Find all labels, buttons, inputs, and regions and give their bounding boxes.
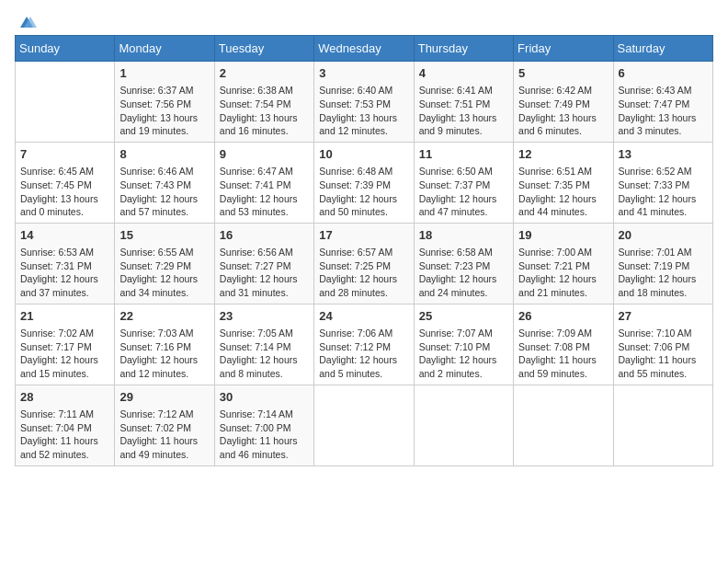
day-info: Sunrise: 7:06 AMSunset: 7:12 PMDaylight:… <box>319 327 408 381</box>
day-number: 7 <box>20 146 109 163</box>
calendar-cell: 4Sunrise: 6:41 AMSunset: 7:51 PMDaylight… <box>414 62 513 143</box>
calendar-table: SundayMondayTuesdayWednesdayThursdayFrid… <box>15 35 713 466</box>
day-info: Sunrise: 6:43 AMSunset: 7:47 PMDaylight:… <box>619 84 708 138</box>
calendar-cell <box>613 385 712 465</box>
day-number: 19 <box>518 227 608 244</box>
calendar-cell: 8Sunrise: 6:46 AMSunset: 7:43 PMDaylight… <box>115 142 214 223</box>
day-info: Sunrise: 6:38 AMSunset: 7:54 PMDaylight:… <box>220 84 309 138</box>
calendar-cell <box>414 385 513 465</box>
calendar-cell: 2Sunrise: 6:38 AMSunset: 7:54 PMDaylight… <box>214 62 313 143</box>
calendar-header-sunday: Sunday <box>16 36 115 62</box>
day-info: Sunrise: 7:07 AMSunset: 7:10 PMDaylight:… <box>419 327 508 381</box>
calendar-cell: 5Sunrise: 6:42 AMSunset: 7:49 PMDaylight… <box>514 62 613 143</box>
day-info: Sunrise: 7:02 AMSunset: 7:17 PMDaylight:… <box>20 327 109 381</box>
calendar-cell: 14Sunrise: 6:53 AMSunset: 7:31 PMDayligh… <box>16 223 115 304</box>
day-info: Sunrise: 7:00 AMSunset: 7:21 PMDaylight:… <box>518 246 608 300</box>
calendar-cell: 15Sunrise: 6:55 AMSunset: 7:29 PMDayligh… <box>115 223 214 304</box>
calendar-cell: 30Sunrise: 7:14 AMSunset: 7:00 PMDayligh… <box>214 385 313 465</box>
day-number: 30 <box>220 389 309 406</box>
calendar-cell: 24Sunrise: 7:06 AMSunset: 7:12 PMDayligh… <box>314 304 414 385</box>
day-info: Sunrise: 7:14 AMSunset: 7:00 PMDaylight:… <box>220 408 309 462</box>
day-info: Sunrise: 7:09 AMSunset: 7:08 PMDaylight:… <box>518 327 608 381</box>
calendar-cell: 20Sunrise: 7:01 AMSunset: 7:19 PMDayligh… <box>613 223 712 304</box>
day-number: 11 <box>419 146 508 163</box>
day-number: 2 <box>220 65 309 82</box>
calendar-cell: 18Sunrise: 6:58 AMSunset: 7:23 PMDayligh… <box>414 223 513 304</box>
day-number: 13 <box>619 146 708 163</box>
calendar-cell: 16Sunrise: 6:56 AMSunset: 7:27 PMDayligh… <box>214 223 313 304</box>
calendar-header-thursday: Thursday <box>414 36 513 62</box>
calendar-cell: 26Sunrise: 7:09 AMSunset: 7:08 PMDayligh… <box>514 304 613 385</box>
day-number: 23 <box>220 308 309 325</box>
calendar-cell: 29Sunrise: 7:12 AMSunset: 7:02 PMDayligh… <box>115 385 214 465</box>
day-info: Sunrise: 6:41 AMSunset: 7:51 PMDaylight:… <box>419 84 508 138</box>
calendar-cell: 23Sunrise: 7:05 AMSunset: 7:14 PMDayligh… <box>214 304 313 385</box>
day-info: Sunrise: 6:45 AMSunset: 7:45 PMDaylight:… <box>20 165 109 219</box>
day-info: Sunrise: 7:03 AMSunset: 7:16 PMDaylight:… <box>119 327 209 381</box>
day-info: Sunrise: 7:01 AMSunset: 7:19 PMDaylight:… <box>619 246 708 300</box>
day-info: Sunrise: 6:42 AMSunset: 7:49 PMDaylight:… <box>518 84 608 138</box>
calendar-cell: 28Sunrise: 7:11 AMSunset: 7:04 PMDayligh… <box>16 385 115 465</box>
day-info: Sunrise: 6:58 AMSunset: 7:23 PMDaylight:… <box>419 246 508 300</box>
calendar-week-row: 7Sunrise: 6:45 AMSunset: 7:45 PMDaylight… <box>16 142 713 223</box>
day-info: Sunrise: 6:47 AMSunset: 7:41 PMDaylight:… <box>220 165 309 219</box>
calendar-week-row: 14Sunrise: 6:53 AMSunset: 7:31 PMDayligh… <box>16 223 713 304</box>
calendar-cell: 27Sunrise: 7:10 AMSunset: 7:06 PMDayligh… <box>613 304 712 385</box>
day-info: Sunrise: 6:46 AMSunset: 7:43 PMDaylight:… <box>119 165 209 219</box>
day-info: Sunrise: 7:11 AMSunset: 7:04 PMDaylight:… <box>20 408 109 462</box>
calendar-header-monday: Monday <box>115 36 214 62</box>
calendar-cell: 3Sunrise: 6:40 AMSunset: 7:53 PMDaylight… <box>314 62 414 143</box>
logo-icon <box>17 15 37 31</box>
day-number: 17 <box>319 227 408 244</box>
calendar-week-row: 1Sunrise: 6:37 AMSunset: 7:56 PMDaylight… <box>16 62 713 143</box>
header <box>15 15 713 28</box>
day-number: 26 <box>518 308 608 325</box>
calendar-cell <box>514 385 613 465</box>
day-number: 24 <box>319 308 408 325</box>
day-info: Sunrise: 6:57 AMSunset: 7:25 PMDaylight:… <box>319 246 408 300</box>
calendar-week-row: 28Sunrise: 7:11 AMSunset: 7:04 PMDayligh… <box>16 385 713 465</box>
calendar-cell: 9Sunrise: 6:47 AMSunset: 7:41 PMDaylight… <box>214 142 313 223</box>
calendar-cell: 19Sunrise: 7:00 AMSunset: 7:21 PMDayligh… <box>514 223 613 304</box>
day-number: 27 <box>619 308 708 325</box>
calendar-cell: 10Sunrise: 6:48 AMSunset: 7:39 PMDayligh… <box>314 142 414 223</box>
day-info: Sunrise: 7:10 AMSunset: 7:06 PMDaylight:… <box>619 327 708 381</box>
day-info: Sunrise: 6:40 AMSunset: 7:53 PMDaylight:… <box>319 84 408 138</box>
day-number: 29 <box>119 389 209 406</box>
day-info: Sunrise: 7:05 AMSunset: 7:14 PMDaylight:… <box>220 327 309 381</box>
calendar-header-friday: Friday <box>514 36 613 62</box>
calendar-cell: 21Sunrise: 7:02 AMSunset: 7:17 PMDayligh… <box>16 304 115 385</box>
day-info: Sunrise: 6:48 AMSunset: 7:39 PMDaylight:… <box>319 165 408 219</box>
day-number: 6 <box>619 65 708 82</box>
day-number: 22 <box>119 308 209 325</box>
calendar-cell <box>314 385 414 465</box>
calendar-cell: 11Sunrise: 6:50 AMSunset: 7:37 PMDayligh… <box>414 142 513 223</box>
day-info: Sunrise: 6:51 AMSunset: 7:35 PMDaylight:… <box>518 165 608 219</box>
day-number: 3 <box>319 65 408 82</box>
day-info: Sunrise: 7:12 AMSunset: 7:02 PMDaylight:… <box>119 408 209 462</box>
day-number: 8 <box>119 146 209 163</box>
day-info: Sunrise: 6:56 AMSunset: 7:27 PMDaylight:… <box>220 246 309 300</box>
day-number: 12 <box>518 146 608 163</box>
calendar-header-saturday: Saturday <box>613 36 712 62</box>
day-info: Sunrise: 6:53 AMSunset: 7:31 PMDaylight:… <box>20 246 109 300</box>
day-number: 1 <box>119 65 209 82</box>
day-info: Sunrise: 6:55 AMSunset: 7:29 PMDaylight:… <box>119 246 209 300</box>
calendar-cell <box>16 62 115 143</box>
calendar-cell: 1Sunrise: 6:37 AMSunset: 7:56 PMDaylight… <box>115 62 214 143</box>
day-info: Sunrise: 6:52 AMSunset: 7:33 PMDaylight:… <box>619 165 708 219</box>
day-number: 10 <box>319 146 408 163</box>
day-number: 5 <box>518 65 608 82</box>
day-number: 4 <box>419 65 508 82</box>
day-number: 20 <box>619 227 708 244</box>
day-number: 15 <box>119 227 209 244</box>
calendar-cell: 7Sunrise: 6:45 AMSunset: 7:45 PMDaylight… <box>16 142 115 223</box>
day-number: 18 <box>419 227 508 244</box>
day-number: 25 <box>419 308 508 325</box>
calendar-cell: 25Sunrise: 7:07 AMSunset: 7:10 PMDayligh… <box>414 304 513 385</box>
calendar-cell: 22Sunrise: 7:03 AMSunset: 7:16 PMDayligh… <box>115 304 214 385</box>
day-number: 9 <box>220 146 309 163</box>
day-number: 16 <box>220 227 309 244</box>
calendar-cell: 13Sunrise: 6:52 AMSunset: 7:33 PMDayligh… <box>613 142 712 223</box>
calendar-week-row: 21Sunrise: 7:02 AMSunset: 7:17 PMDayligh… <box>16 304 713 385</box>
